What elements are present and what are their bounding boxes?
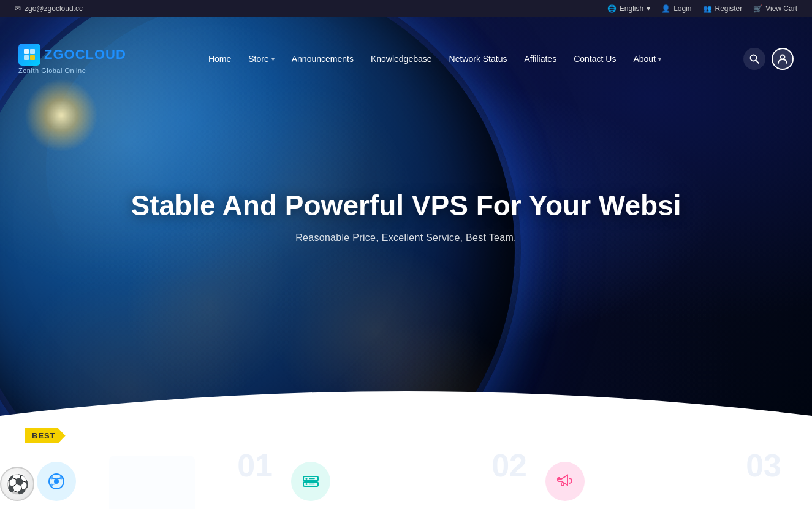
- hero-content: Stable And Powerful VPS For Your Websi R…: [40, 189, 772, 243]
- feature-item-3: 03: [533, 456, 787, 509]
- nav-store-label: Store: [248, 54, 268, 64]
- top-bar: ✉ zgo@zgocloud.cc 🌐 English ▾ 👤 Login 👥 …: [0, 0, 812, 17]
- feature-icon-2: [291, 462, 330, 501]
- svg-point-8: [54, 479, 59, 484]
- nav-icon-buttons: [743, 48, 794, 70]
- nav-affiliates-label: Affiliates: [524, 54, 556, 64]
- best-badge-label: BEST: [32, 431, 56, 440]
- logo-icon: [18, 44, 40, 66]
- best-badge: BEST: [25, 428, 66, 443]
- nav-announcements-label: Announcements: [292, 54, 354, 64]
- nav-network-status[interactable]: Network Status: [442, 49, 515, 69]
- svg-point-6: [781, 55, 785, 59]
- nav-affiliates[interactable]: Affiliates: [517, 49, 564, 69]
- feature-num-1: 01: [237, 450, 273, 481]
- users-icon: 👥: [703, 4, 712, 13]
- nav-knowledgebase-label: Knowledgebase: [371, 54, 432, 64]
- user-icon: 👤: [661, 4, 670, 13]
- sun-glow: [25, 78, 98, 152]
- logo-row: ZGOCLOUD: [18, 44, 126, 66]
- globe-icon: 🌐: [607, 4, 617, 13]
- hero-curve: [0, 367, 812, 416]
- register-label: Register: [715, 4, 743, 13]
- register-link[interactable]: 👥 Register: [703, 4, 743, 13]
- svg-rect-3: [30, 55, 35, 60]
- feature-icon-3: [545, 462, 585, 501]
- hero-title: Stable And Powerful VPS For Your Websi: [40, 189, 772, 223]
- logo-tagline: Zenith Global Online: [18, 67, 126, 74]
- language-label: English: [620, 4, 643, 13]
- nav-links: Home Store▾ Announcements Knowledgebase …: [201, 49, 669, 69]
- nav-about-label: About: [633, 54, 656, 64]
- search-icon: [749, 54, 759, 64]
- svg-rect-0: [24, 49, 29, 54]
- hero-subtitle: Reasonable Price, Excellent Service, Bes…: [40, 233, 772, 244]
- nav-about[interactable]: About▾: [626, 49, 669, 69]
- nav-home[interactable]: Home: [201, 49, 238, 69]
- megaphone-icon: [555, 472, 575, 491]
- chevron-down-icon: ▾: [647, 4, 650, 13]
- svg-point-17: [306, 478, 308, 480]
- language-selector[interactable]: 🌐 English ▾: [607, 4, 650, 13]
- main-navigation: ZGOCLOUD Zenith Global Online Home Store…: [0, 34, 812, 83]
- cart-icon: 🛒: [753, 4, 762, 13]
- account-icon: [777, 53, 788, 64]
- hero-section: ZGOCLOUD Zenith Global Online Home Store…: [0, 17, 812, 416]
- nav-contact-label: Contact Us: [574, 54, 616, 64]
- email-icon: ✉: [15, 4, 21, 13]
- svg-line-14: [53, 484, 57, 484]
- user-account-button[interactable]: [772, 48, 794, 70]
- nav-announcements[interactable]: Announcements: [284, 49, 361, 69]
- feature-bg-1: [109, 456, 195, 509]
- network-icon: [47, 472, 66, 491]
- svg-line-13: [56, 478, 61, 479]
- search-button[interactable]: [743, 48, 765, 70]
- svg-line-12: [53, 478, 57, 479]
- feature-item-1: 01: [25, 456, 279, 509]
- feature-num-3: 03: [746, 450, 781, 481]
- logo-prefix: ZGO: [44, 47, 75, 62]
- top-bar-email: zgo@zgocloud.cc: [25, 4, 83, 13]
- feature-num-2: 02: [491, 450, 527, 481]
- nav-knowledgebase[interactable]: Knowledgebase: [363, 49, 439, 69]
- svg-rect-2: [24, 55, 29, 60]
- logo-text: ZGOCLOUD: [44, 47, 126, 63]
- nav-store[interactable]: Store▾: [241, 49, 281, 69]
- logo-suffix: CLOUD: [75, 47, 126, 62]
- svg-point-18: [306, 483, 308, 485]
- svg-line-5: [756, 61, 759, 64]
- logo-area: ZGOCLOUD Zenith Global Online: [18, 44, 126, 74]
- nav-network-status-label: Network Status: [449, 54, 507, 64]
- top-bar-email-area: ✉ zgo@zgocloud.cc: [15, 4, 83, 13]
- svg-rect-1: [30, 49, 35, 54]
- feature-item-2: 02: [279, 456, 533, 509]
- below-fold-section: ⚽ BEST 01 0: [0, 416, 812, 509]
- features-row: 01 02: [25, 456, 787, 509]
- login-link[interactable]: 👤 Login: [661, 4, 691, 13]
- store-chevron-icon: ▾: [271, 56, 275, 63]
- view-cart-label: View Cart: [765, 4, 797, 13]
- feature-icon-1: [37, 462, 76, 501]
- server-icon: [301, 472, 321, 491]
- login-label: Login: [674, 4, 691, 13]
- about-chevron-icon: ▾: [658, 56, 661, 63]
- view-cart-link[interactable]: 🛒 View Cart: [753, 4, 797, 13]
- nav-home-label: Home: [208, 54, 231, 64]
- top-bar-actions: 🌐 English ▾ 👤 Login 👥 Register 🛒 View Ca…: [607, 4, 797, 13]
- nav-contact-us[interactable]: Contact Us: [566, 49, 623, 69]
